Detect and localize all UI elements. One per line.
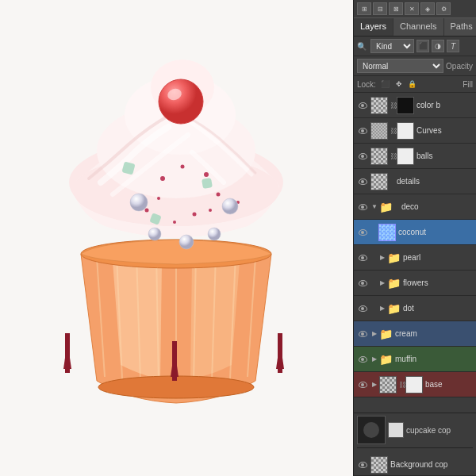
layer-item-cream[interactable]: ▶ 📁 cream	[354, 321, 476, 347]
lock-all-icon[interactable]: 🔒	[407, 79, 418, 90]
tab-layers[interactable]: Layers	[354, 18, 393, 36]
blend-row: Normal Opacity	[354, 56, 476, 76]
fill-label: Fill	[463, 80, 473, 89]
svg-point-30	[222, 198, 238, 214]
expand-cream[interactable]: ▶	[370, 330, 378, 338]
link-icon-deco	[395, 198, 401, 216]
expand-dot[interactable]: ▶	[378, 305, 386, 313]
thumb-background	[370, 456, 388, 474]
layer-name-balls: balls	[416, 152, 474, 160]
toolbar-icon-6[interactable]: ⚙	[436, 2, 451, 15]
visibility-toggle-base[interactable]	[356, 378, 369, 391]
visibility-toggle-flowers[interactable]	[356, 277, 369, 290]
layer-name-details: details	[397, 177, 474, 186]
layer-item-pearl[interactable]: ▶ 📁 pearl	[354, 245, 476, 271]
folder-icon-dot: 📁	[387, 302, 401, 315]
folder-icon-flowers: 📁	[387, 277, 401, 290]
svg-rect-39	[172, 341, 177, 381]
svg-point-26	[209, 209, 212, 212]
expand-deco[interactable]: ▼	[370, 203, 378, 211]
link-icon-curves: ⛓	[390, 122, 397, 140]
svg-point-27	[145, 209, 149, 213]
svg-point-23	[157, 197, 160, 200]
visibility-toggle-color-b[interactable]	[356, 99, 369, 112]
svg-point-31	[179, 235, 194, 249]
thumb-base	[379, 376, 397, 393]
lock-position-icon[interactable]: ✥	[393, 79, 405, 90]
bottom-thumb2-cupcake	[388, 422, 404, 438]
adjustment-filter-icon[interactable]: ◑	[432, 40, 444, 52]
visibility-toggle-cream[interactable]	[356, 328, 369, 340]
toolbar-icon-2[interactable]: ⊟	[373, 2, 387, 15]
svg-point-22	[217, 193, 221, 197]
link-icon-balls: ⛓	[390, 148, 397, 165]
layer-item-balls[interactable]: ⛓ balls	[354, 144, 476, 169]
layer-item-curves[interactable]: ⛓ Curves	[354, 118, 476, 144]
svg-rect-41	[278, 333, 282, 373]
visibility-toggle-background[interactable]	[356, 459, 369, 471]
svg-point-32	[148, 228, 161, 240]
thumb2-color-b	[397, 97, 414, 114]
visibility-toggle-dot[interactable]	[356, 302, 369, 315]
svg-point-25	[173, 221, 176, 224]
opacity-label: Opacity	[446, 62, 473, 71]
layer-item-base[interactable]: ▶ ⛓ base	[354, 372, 476, 397]
layer-item-details[interactable]: details	[354, 169, 476, 194]
svg-rect-17	[202, 178, 213, 189]
search-icon: 🔍	[357, 42, 367, 51]
layers-list[interactable]: ⛓ color b ⛓ Curves	[354, 93, 476, 413]
layer-item-color-b[interactable]: ⛓ color b	[354, 93, 476, 118]
visibility-toggle-muffin[interactable]	[356, 353, 369, 366]
toolbar-icon-3[interactable]: ⊠	[389, 2, 403, 15]
svg-point-34	[159, 79, 203, 124]
layer-name-flowers: flowers	[403, 278, 474, 287]
svg-point-24	[193, 213, 197, 217]
panel-bottom: cupcake cop	[354, 413, 476, 454]
lock-pixels-icon[interactable]: ⬛	[380, 79, 391, 90]
visibility-toggle-curves[interactable]	[356, 125, 369, 137]
layer-item-coconut[interactable]: coconut	[354, 220, 476, 245]
svg-point-33	[208, 228, 221, 240]
layer-item-flowers[interactable]: ▶ 📁 flowers	[354, 271, 476, 296]
thumb-color-b	[370, 97, 388, 114]
tab-channels[interactable]: Channels	[393, 18, 443, 36]
expand-base[interactable]: ▶	[370, 381, 378, 389]
layer-item-muffin[interactable]: ▶ 📁 muffin	[354, 347, 476, 372]
expand-pearl[interactable]: ▶	[378, 254, 386, 262]
thumb2-curves	[397, 122, 414, 140]
thumb-details	[370, 173, 388, 190]
lock-label: Lock:	[357, 80, 376, 89]
pixel-filter-icon[interactable]: ⬛	[416, 40, 429, 52]
svg-point-20	[181, 165, 185, 169]
expand-muffin[interactable]: ▶	[370, 355, 378, 363]
svg-point-19	[160, 176, 165, 181]
tab-paths[interactable]: Paths	[444, 18, 476, 36]
layer-name-color-b: color b	[416, 101, 474, 109]
link-icon-color-b: ⛓	[390, 97, 397, 114]
layer-name-muffin: muffin	[395, 355, 474, 363]
toolbar-icon-4[interactable]: ✕	[405, 2, 419, 15]
kind-select[interactable]: Kind	[370, 39, 414, 53]
panel-top-toolbar: ⊞ ⊟ ⊠ ✕ ◈ ⚙	[354, 0, 476, 18]
toolbar-icon-5[interactable]: ◈	[420, 2, 435, 15]
kind-row: 🔍 Kind ⬛ ◑ T	[354, 36, 476, 56]
visibility-toggle-coconut[interactable]	[356, 226, 369, 239]
layer-item-dot[interactable]: ▶ 📁 dot	[354, 296, 476, 321]
visibility-toggle-pearl[interactable]	[356, 251, 369, 264]
type-filter-icon[interactable]: T	[447, 40, 459, 52]
thumb-coconut	[378, 224, 396, 241]
svg-point-29	[130, 194, 148, 211]
toolbar-icon-1[interactable]: ⊞	[357, 2, 371, 15]
folder-icon-pearl: 📁	[387, 251, 401, 264]
last-layer-background[interactable]: Background cop	[354, 454, 476, 476]
tab-bar: Layers Channels Paths	[354, 18, 476, 36]
layer-item-deco[interactable]: ▼ 📁 deco	[354, 194, 476, 220]
canvas-area	[0, 0, 353, 476]
layer-name-deco: deco	[401, 202, 474, 211]
visibility-toggle-details[interactable]	[356, 175, 369, 188]
visibility-toggle-balls[interactable]	[356, 150, 369, 163]
blend-mode-select[interactable]: Normal	[357, 59, 443, 73]
expand-flowers[interactable]: ▶	[378, 279, 386, 287]
visibility-toggle-deco[interactable]	[356, 201, 369, 213]
layer-name-pearl: pearl	[403, 253, 474, 262]
